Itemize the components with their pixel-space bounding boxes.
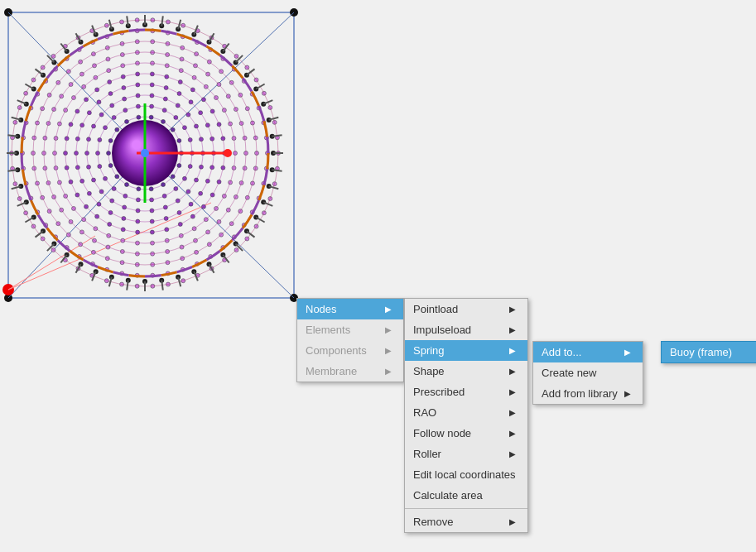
canvas-area (0, 0, 756, 552)
